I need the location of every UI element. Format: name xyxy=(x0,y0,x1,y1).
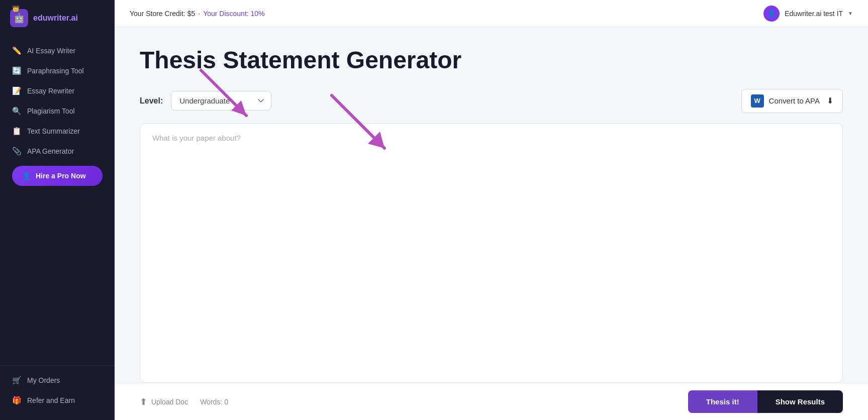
words-count: Words: 0 xyxy=(200,398,228,406)
controls-row: Level: Undergraduate High School Graduat… xyxy=(140,89,843,113)
user-name: Eduwriter.ai test IT xyxy=(785,10,843,18)
my-orders-icon: 🛒 xyxy=(12,376,21,385)
level-row: Level: Undergraduate High School Graduat… xyxy=(140,91,271,111)
sidebar-item-plagiarism-tool[interactable]: 🔍 Plagiarism Tool xyxy=(6,101,109,121)
apa-generator-icon: 📎 xyxy=(12,147,21,156)
topbar: Your Store Credit: $5 · Your Discount: 1… xyxy=(115,0,868,27)
sidebar-item-label: APA Generator xyxy=(27,147,74,155)
bottom-toolbar: ⬆ Upload Doc Words: 0 Thesis it! Show Re… xyxy=(115,383,868,420)
logo-text: eduwriter.ai xyxy=(33,14,78,23)
sidebar-item-label: Plagiarism Tool xyxy=(27,107,75,115)
separator: · xyxy=(198,10,200,18)
sidebar-item-my-orders[interactable]: 🛒 My Orders xyxy=(6,371,109,390)
content-area: Thesis Statement Generator Level: Underg… xyxy=(115,27,868,383)
store-credit: Your Store Credit: $5 xyxy=(130,10,195,18)
sidebar-item-label: Essay Rewriter xyxy=(27,87,74,95)
essay-rewriter-icon: 📝 xyxy=(12,86,21,95)
discount-link[interactable]: Your Discount: 10% xyxy=(203,10,264,18)
word-icon: W xyxy=(751,94,764,108)
sidebar-item-label: My Orders xyxy=(27,376,60,384)
chevron-down-icon: ▼ xyxy=(848,11,853,16)
avatar: 👤 xyxy=(763,6,780,22)
sidebar-item-refer-earn[interactable]: 🎁 Refer and Earn xyxy=(6,391,109,410)
ai-essay-writer-icon: ✏️ xyxy=(12,46,21,55)
text-summarizer-icon: 📋 xyxy=(12,127,21,136)
refer-earn-icon: 🎁 xyxy=(12,396,21,405)
download-icon: ⬇ xyxy=(827,96,833,106)
sidebar: 👑 🤖 eduwriter.ai ✏️ AI Essay Writer 🔄 Pa… xyxy=(0,0,115,420)
paraphrasing-tool-icon: 🔄 xyxy=(12,66,21,75)
show-results-button[interactable]: Show Results xyxy=(757,390,843,413)
paper-description-input[interactable] xyxy=(140,124,842,382)
bottom-right: Thesis it! Show Results xyxy=(688,390,843,413)
sidebar-item-label: Text Summarizer xyxy=(27,127,80,135)
avatar-initials: 👤 xyxy=(767,10,776,17)
sidebar-logo[interactable]: 👑 🤖 eduwriter.ai xyxy=(0,0,115,36)
sidebar-nav: ✏️ AI Essay Writer 🔄 Paraphrasing Tool 📝… xyxy=(0,36,115,365)
thesis-button[interactable]: Thesis it! xyxy=(688,390,757,413)
sidebar-bottom: 🛒 My Orders 🎁 Refer and Earn xyxy=(0,365,115,420)
sidebar-item-text-summarizer[interactable]: 📋 Text Summarizer xyxy=(6,122,109,141)
sidebar-item-label: Paraphrasing Tool xyxy=(27,67,84,75)
convert-apa-button[interactable]: W Convert to APA ⬇ xyxy=(741,89,843,113)
level-label: Level: xyxy=(140,96,163,106)
topbar-right[interactable]: 👤 Eduwriter.ai test IT ▼ xyxy=(763,6,853,22)
hire-pro-icon: 👤 xyxy=(22,172,31,180)
sidebar-item-ai-essay-writer[interactable]: ✏️ AI Essay Writer xyxy=(6,41,109,60)
sidebar-item-paraphrasing-tool[interactable]: 🔄 Paraphrasing Tool xyxy=(6,61,109,80)
upload-icon: ⬆ xyxy=(140,396,147,407)
page-title: Thesis Statement Generator xyxy=(140,47,843,74)
textarea-wrapper xyxy=(140,123,843,383)
topbar-left: Your Store Credit: $5 · Your Discount: 1… xyxy=(130,10,265,18)
plagiarism-tool-icon: 🔍 xyxy=(12,107,21,116)
crown-icon: 👑 xyxy=(12,5,20,12)
bottom-left: ⬆ Upload Doc Words: 0 xyxy=(140,396,228,407)
upload-doc-button[interactable]: ⬆ Upload Doc xyxy=(140,396,188,407)
main-content: Your Store Credit: $5 · Your Discount: 1… xyxy=(115,0,868,420)
sidebar-item-essay-rewriter[interactable]: 📝 Essay Rewriter xyxy=(6,81,109,100)
hire-pro-button[interactable]: 👤 Hire a Pro Now xyxy=(12,166,103,186)
level-select[interactable]: Undergraduate High School Graduate PhD xyxy=(171,91,271,111)
sidebar-item-apa-generator[interactable]: 📎 APA Generator xyxy=(6,142,109,161)
sidebar-item-label: AI Essay Writer xyxy=(27,47,75,55)
upload-doc-label: Upload Doc xyxy=(151,398,188,406)
logo-icon: 👑 🤖 xyxy=(10,9,28,27)
convert-apa-label: Convert to APA xyxy=(769,96,820,105)
sidebar-item-label: Refer and Earn xyxy=(27,396,75,404)
